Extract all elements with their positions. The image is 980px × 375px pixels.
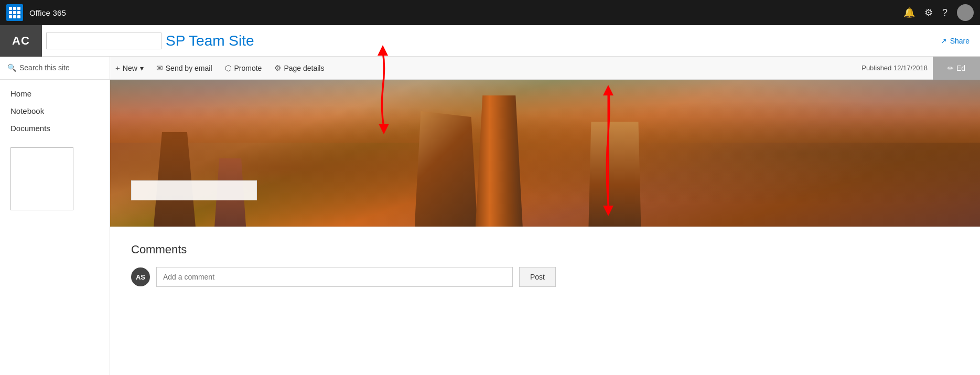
top-bar-icons: 🔔 ⚙ ?: [903, 4, 974, 21]
search-icon: 🔍: [7, 63, 16, 72]
site-title: SP Team Site: [166, 33, 254, 49]
share-icon: ↗: [941, 37, 947, 45]
commenter-initials: AS: [136, 273, 145, 281]
rock-5: [588, 122, 641, 227]
settings-icon[interactable]: ⚙: [924, 7, 933, 18]
promote-label: Promote: [234, 64, 262, 72]
hero-image: [110, 80, 980, 227]
site-logo[interactable]: AC: [0, 25, 42, 57]
send-email-label: Send by email: [166, 64, 212, 72]
published-date: Published 12/17/2018: [861, 64, 928, 72]
new-label: New: [123, 64, 137, 72]
chevron-down-icon: ▾: [140, 64, 144, 72]
search-label: Search this site: [19, 63, 70, 72]
main-layout: Home Notebook Documents: [0, 80, 980, 375]
plus-icon: +: [115, 63, 120, 72]
share-label: Share: [950, 37, 970, 45]
app-title: Office 365: [29, 8, 66, 17]
promote-button[interactable]: ⬡ Promote: [220, 61, 267, 75]
action-buttons: + New ▾ ✉ Send by email ⬡ Promote ⚙ Page…: [110, 61, 980, 75]
comments-title: Comments: [131, 243, 959, 256]
email-icon: ✉: [156, 63, 163, 73]
hero-text-box: [131, 180, 257, 200]
new-button[interactable]: + New ▾: [110, 61, 149, 74]
content-area: Comments AS Post: [110, 80, 980, 375]
comments-section: Comments AS Post: [110, 227, 980, 303]
rock-4: [476, 95, 523, 227]
sidebar-item-home[interactable]: Home: [0, 85, 110, 102]
grid-icon: [9, 7, 20, 18]
comment-input-row: AS Post: [131, 267, 959, 287]
sidebar-item-documents[interactable]: Documents: [0, 120, 110, 137]
sidebar: Home Notebook Documents: [0, 80, 110, 375]
comment-input[interactable]: [156, 267, 513, 287]
sidebar-item-notebook[interactable]: Notebook: [0, 102, 110, 120]
edit-label: Ed: [956, 64, 965, 72]
send-by-email-button[interactable]: ✉ Send by email: [151, 61, 218, 75]
page-details-button[interactable]: ⚙ Page details: [269, 61, 329, 75]
page-details-label: Page details: [284, 64, 324, 72]
commenter-avatar: AS: [131, 267, 150, 286]
promote-icon: ⬡: [225, 63, 232, 73]
sidebar-box: [10, 147, 73, 210]
top-bar: Office 365 🔔 ⚙ ?: [0, 0, 980, 25]
pencil-icon: ✏: [947, 64, 954, 72]
action-bar: 🔍 Search this site + New ▾ ✉ Send by ema…: [0, 57, 980, 80]
post-button[interactable]: Post: [519, 267, 556, 287]
suite-search-input[interactable]: [46, 33, 161, 49]
app-launcher-button[interactable]: [6, 4, 23, 21]
share-button[interactable]: ↗ Share: [941, 37, 970, 45]
help-icon[interactable]: ?: [942, 7, 947, 18]
details-icon: ⚙: [274, 63, 281, 73]
search-panel: 🔍 Search this site: [0, 57, 110, 80]
notifications-icon[interactable]: 🔔: [903, 7, 915, 18]
user-avatar[interactable]: [957, 4, 974, 21]
search-this-site[interactable]: 🔍 Search this site: [7, 63, 70, 72]
suite-bar: AC SP Team Site ↗ Share: [0, 25, 980, 57]
rock-3: [415, 111, 478, 227]
edit-button[interactable]: ✏ Ed: [933, 57, 980, 80]
